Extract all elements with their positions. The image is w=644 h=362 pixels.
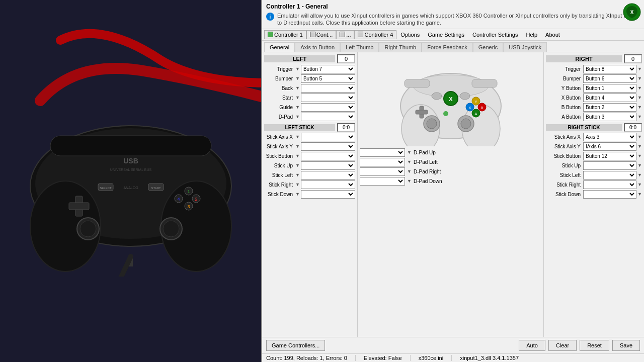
left-stick-axis-y-select[interactable]	[301, 142, 355, 151]
status-divider2	[410, 355, 411, 361]
left-trigger-row: Trigger ▼ Button 7	[264, 65, 355, 73]
right-trigger-select[interactable]: Button 8	[583, 65, 636, 73]
dpad-mapping-area: ▼ D-Pad Up ▼ D-Pad Left ▼ D-Pad Right ▼ …	[360, 147, 541, 187]
right-stick-val: 0:0	[624, 123, 642, 132]
tab-force-feedback[interactable]: Force Feedback	[422, 42, 472, 52]
controller3-tab[interactable]: ...	[336, 30, 354, 39]
left-back-select[interactable]	[301, 84, 355, 93]
left-num-value: 0	[337, 54, 355, 63]
right-y-label: Y Button	[546, 85, 582, 91]
right-stick-button-arrow: ▼	[637, 153, 642, 158]
right-bumper-select[interactable]: Button 6	[583, 74, 636, 83]
right-a-select[interactable]: Button 3	[583, 113, 636, 121]
right-stick-left-arrow: ▼	[637, 172, 642, 177]
controller-photo-bg: SELECT ANALOG START USB UNIVERSAL SERIAL…	[0, 0, 262, 362]
info-row: i Emulator will allow you to use XInput …	[266, 12, 640, 27]
controller1-tab[interactable]: Controller 1	[264, 30, 306, 39]
options-menu[interactable]: Options	[396, 31, 424, 39]
right-y-select[interactable]: Button 1	[583, 84, 636, 93]
right-y-arrow: ▼	[637, 85, 642, 90]
left-stick-left-select[interactable]	[301, 171, 355, 179]
left-start-select[interactable]	[301, 94, 355, 102]
left-stick-right-row: Stick Right ▼	[264, 180, 355, 189]
right-stick-button-select[interactable]: Button 12	[583, 152, 636, 160]
status-elevated: Elevated: False	[360, 355, 406, 361]
tab-generic[interactable]: Generic	[473, 42, 504, 52]
right-y-row: Y Button Button 1 ▼	[546, 84, 642, 93]
dpad-down-select[interactable]	[360, 177, 405, 186]
right-stick-right-select[interactable]	[583, 180, 636, 189]
left-guide-select[interactable]	[301, 103, 355, 112]
right-stick-up-arrow: ▼	[637, 163, 642, 168]
dpad-down-arrow: ▼	[407, 178, 412, 184]
left-dpad-select[interactable]	[301, 113, 355, 121]
svg-text:SELECT: SELECT	[100, 187, 112, 190]
left-stick-axis-x-select[interactable]	[301, 133, 355, 141]
left-back-row: Back ▼	[264, 84, 355, 93]
tab-general[interactable]: General	[264, 42, 295, 52]
svg-rect-4	[50, 136, 211, 156]
left-stick-button-select[interactable]	[301, 152, 355, 160]
game-settings-menu[interactable]: Game Settings	[424, 31, 468, 39]
save-button[interactable]: Save	[612, 340, 640, 351]
left-stick-left-row: Stick Left ▼	[264, 171, 355, 179]
bottom-toolbar: Game Controllers... Auto Clear Reset Sav…	[262, 337, 644, 353]
tab-right-thumb[interactable]: Right Thumb	[379, 42, 422, 52]
right-b-select[interactable]: Button 2	[583, 103, 636, 112]
dpad-right-select[interactable]	[360, 167, 405, 176]
left-dpad-row: D-Pad ▼	[264, 113, 355, 121]
right-bumper-arrow: ▼	[637, 76, 642, 81]
right-x-select[interactable]: Button 4	[583, 94, 636, 102]
game-controllers-button[interactable]: Game Controllers...	[266, 340, 325, 351]
svg-point-46	[427, 119, 437, 129]
auto-button[interactable]: Auto	[519, 340, 545, 351]
dpad-down-label: D-Pad Down	[414, 178, 450, 184]
right-stick-up-label: Stick Up	[546, 163, 582, 168]
info-icon: i	[266, 13, 274, 21]
controller-settings-menu[interactable]: Controller Settings	[468, 31, 522, 39]
dpad-right-arrow: ▼	[407, 169, 412, 174]
info-text: Emulator will allow you to use XInput co…	[277, 12, 640, 27]
left-stick-up-label: Stick Up	[264, 163, 294, 168]
right-num-value: 0	[624, 54, 642, 63]
right-stick-axis-y-select[interactable]: IAxis 6	[583, 142, 636, 151]
tab-usb-joystick[interactable]: USB Joystick	[503, 42, 547, 52]
tab-left-thumb[interactable]: Left Thumb	[340, 42, 379, 52]
left-stick-axis-x-arrow: ▼	[295, 134, 300, 139]
left-trigger-arrow: ▼	[295, 66, 300, 71]
help-menu[interactable]: Help	[522, 31, 541, 39]
left-stick-up-select[interactable]	[301, 161, 355, 170]
left-stick-axis-y-label: Stick Axis Y	[264, 144, 294, 149]
left-bumper-select[interactable]: Button 5	[301, 74, 355, 83]
svg-point-57	[443, 111, 448, 116]
left-stick-right-label: Stick Right	[264, 182, 294, 188]
right-stick-axis-y-label: Stick Axis Y	[546, 144, 582, 149]
controller2-tab[interactable]: Cont...	[306, 30, 336, 39]
controller4-tab[interactable]: Controller 4	[354, 30, 396, 39]
clear-button[interactable]: Clear	[548, 340, 577, 351]
left-column: LEFT 0 Trigger ▼ Button 7 Bumper ▼ Butto…	[262, 52, 358, 337]
dpad-left-arrow: ▼	[407, 159, 412, 164]
left-guide-arrow: ▼	[295, 105, 300, 110]
right-stick-down-select[interactable]	[583, 190, 636, 199]
reset-button[interactable]: Reset	[580, 340, 609, 351]
about-menu[interactable]: About	[541, 31, 564, 39]
svg-text:B: B	[480, 106, 483, 110]
right-stick-axis-x-select[interactable]: Axis 3	[583, 133, 636, 141]
left-trigger-select[interactable]: Button 7	[301, 65, 355, 73]
left-stick-right-select[interactable]	[301, 180, 355, 189]
svg-text:START: START	[151, 187, 160, 190]
right-stick-up-select[interactable]	[583, 161, 636, 170]
tab-axis-to-button[interactable]: Axis to Button	[295, 42, 340, 52]
right-stick-left-select[interactable]	[583, 171, 636, 179]
status-divider1	[355, 355, 356, 361]
svg-point-17	[163, 221, 179, 237]
right-stick-axis-x-arrow: ▼	[637, 134, 642, 139]
dpad-left-select[interactable]	[360, 158, 405, 166]
right-stick-axis-x-label: Stick Axis X	[546, 134, 582, 140]
dpad-up-select[interactable]	[360, 148, 405, 157]
dpad-right-row: ▼ D-Pad Right	[360, 167, 541, 176]
svg-rect-38	[472, 79, 497, 87]
left-stick-down-select[interactable]	[301, 190, 355, 199]
svg-point-48	[461, 119, 471, 129]
